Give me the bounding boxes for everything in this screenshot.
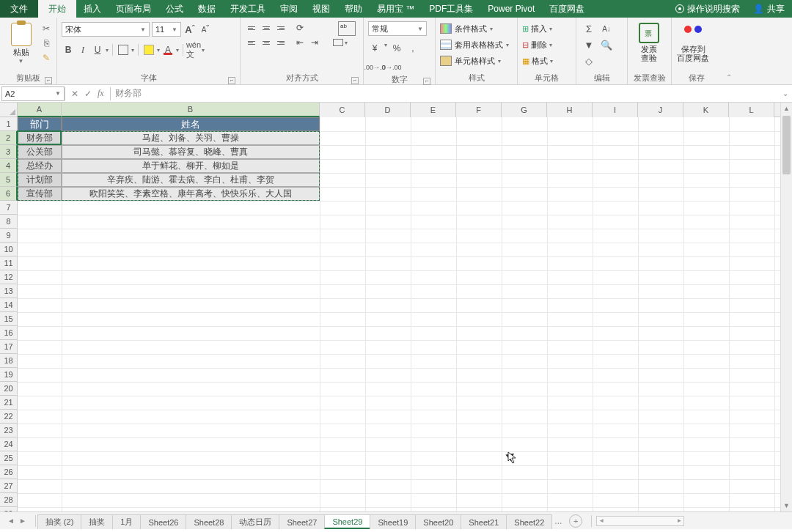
tab-view[interactable]: 视图 <box>305 0 337 18</box>
row-header[interactable]: 24 <box>0 437 18 451</box>
dialog-launcher-icon[interactable]: ⌐ <box>423 78 430 85</box>
tab-pagelayout[interactable]: 页面布局 <box>109 0 158 18</box>
data-cell[interactable]: 辛弃疾、陆游、霍去病、李白、杜甫、李贺 <box>62 173 320 187</box>
column-header[interactable]: H <box>547 103 593 117</box>
tab-formulas[interactable]: 公式 <box>158 0 191 18</box>
copy-icon[interactable] <box>40 37 52 49</box>
horizontal-scrollbar[interactable] <box>596 516 684 526</box>
chevron-down-icon[interactable]: ▾ <box>202 47 205 53</box>
data-cell[interactable]: 部门 <box>18 117 62 131</box>
name-box[interactable]: A2▼ <box>1 86 65 101</box>
row-header[interactable]: 15 <box>0 312 18 326</box>
number-format-dropdown[interactable]: 常规▼ <box>368 21 427 36</box>
delete-button[interactable]: ⊟删除▾ <box>522 37 553 52</box>
cell-styles-button[interactable]: 单元格样式▾ <box>440 53 509 68</box>
dialog-launcher-icon[interactable]: ⌐ <box>351 77 359 84</box>
row-header[interactable]: 14 <box>0 298 18 312</box>
cancel-icon[interactable]: ✕ <box>71 89 78 99</box>
paste-button[interactable]: 粘贴 ▼ <box>4 21 37 64</box>
row-header[interactable]: 10 <box>0 243 18 256</box>
chevron-down-icon[interactable]: ▾ <box>176 47 179 53</box>
font-color-button[interactable]: A <box>161 43 175 56</box>
enter-icon[interactable]: ✓ <box>84 89 92 99</box>
row-header[interactable]: 20 <box>0 382 18 396</box>
sheet-tab[interactable]: 抽奖 (2) <box>37 514 82 529</box>
row-header[interactable]: 21 <box>0 396 18 410</box>
row-header[interactable]: 23 <box>0 424 18 437</box>
sheet-nav-first-icon[interactable]: ◄ <box>7 517 15 525</box>
row-header[interactable]: 1 <box>0 117 18 131</box>
cut-icon[interactable] <box>40 23 52 34</box>
row-header[interactable]: 6 <box>0 187 18 201</box>
column-header[interactable]: L <box>729 103 774 117</box>
select-all-corner[interactable] <box>0 103 18 117</box>
expand-formula-bar-icon[interactable]: ⌄ <box>779 89 792 97</box>
sheet-tab[interactable]: Sheet20 <box>415 514 461 529</box>
sort-filter-button[interactable]: A↓ <box>598 21 615 36</box>
sheet-tab[interactable]: Sheet21 <box>461 514 507 529</box>
row-header[interactable]: 25 <box>0 451 18 465</box>
data-cell[interactable]: 欧阳笑笑、李素空格、康年高考、快快乐乐、大人国 <box>62 187 320 201</box>
tab-yiyongbao[interactable]: 易用宝 ™ <box>370 0 422 18</box>
data-cell[interactable]: 总经办 <box>18 159 62 173</box>
tab-review[interactable]: 审阅 <box>273 0 305 18</box>
phonetic-button[interactable]: wén文 <box>187 43 200 56</box>
sheet-tab[interactable]: Sheet28 <box>186 514 232 529</box>
font-name-dropdown[interactable]: 宋体▼ <box>62 22 150 37</box>
row-header[interactable]: 29 <box>0 507 18 511</box>
table-format-button[interactable]: 套用表格格式▾ <box>440 37 509 52</box>
chevron-down-icon[interactable]: ▾ <box>131 47 134 53</box>
row-header[interactable]: 16 <box>0 326 18 340</box>
tab-insert[interactable]: 插入 <box>76 0 109 18</box>
row-header[interactable]: 12 <box>0 270 18 284</box>
sheet-tab[interactable]: 1月 <box>112 514 141 529</box>
align-top-center[interactable] <box>260 21 273 34</box>
accounting-format[interactable]: ¥ <box>368 42 381 55</box>
border-button[interactable] <box>117 43 130 56</box>
tab-baidu[interactable]: 百度网盘 <box>542 0 592 18</box>
data-cell[interactable]: 司马懿、慕容复、晓峰、曹真 <box>62 145 320 159</box>
align-top-left[interactable] <box>245 21 258 34</box>
column-header[interactable]: K <box>683 103 729 117</box>
sheet-tab[interactable]: Sheet22 <box>506 514 552 529</box>
chevron-down-icon[interactable]: ▾ <box>157 47 160 53</box>
row-header[interactable]: 19 <box>0 368 18 382</box>
font-size-dropdown[interactable]: 11▼ <box>152 22 181 37</box>
fx-icon[interactable]: fx <box>98 88 104 99</box>
decrease-indent[interactable]: ⇤ <box>293 36 307 49</box>
column-header[interactable]: A <box>18 103 62 117</box>
italic-button[interactable]: I <box>76 43 89 56</box>
percent-format[interactable]: % <box>390 42 403 55</box>
formula-input[interactable]: 财务部 <box>111 87 779 100</box>
wrap-text-button[interactable] <box>333 21 361 36</box>
row-header[interactable]: 27 <box>0 479 18 493</box>
sheet-tab[interactable]: 动态日历 <box>231 514 279 529</box>
column-header[interactable]: E <box>411 103 456 117</box>
column-header[interactable]: I <box>593 103 638 117</box>
format-button[interactable]: ▦格式▾ <box>522 53 553 68</box>
decrease-font-icon[interactable]: Aˇ <box>199 23 212 36</box>
chevron-down-icon[interactable]: ▾ <box>384 42 387 55</box>
add-sheet-button[interactable]: + <box>569 514 582 528</box>
comma-format[interactable]: , <box>406 42 419 55</box>
align-left[interactable] <box>245 36 258 49</box>
row-header[interactable]: 2 <box>0 131 18 145</box>
row-header[interactable]: 17 <box>0 340 18 354</box>
data-cell[interactable]: 姓名 <box>62 117 320 131</box>
row-header[interactable]: 13 <box>0 284 18 298</box>
underline-button[interactable]: U <box>91 43 104 56</box>
increase-font-icon[interactable]: Aˆ <box>183 23 197 36</box>
align-center[interactable] <box>260 36 273 49</box>
column-header[interactable]: G <box>502 103 547 117</box>
increase-indent[interactable]: ⇥ <box>308 36 321 49</box>
tab-powerpivot[interactable]: Power Pivot <box>480 0 542 18</box>
orientation-button[interactable]: ⟳ <box>293 21 307 34</box>
collapse-ribbon-icon[interactable]: ⌃ <box>722 18 736 84</box>
fill-color-button[interactable] <box>142 43 155 56</box>
conditional-format-button[interactable]: 条件格式▾ <box>440 21 509 36</box>
align-right[interactable] <box>274 36 287 49</box>
data-cell[interactable]: 公关部 <box>18 145 62 159</box>
column-header[interactable]: B <box>62 103 320 117</box>
align-top-right[interactable] <box>274 21 287 34</box>
invoice-check-button[interactable]: 发票查验 <box>632 21 666 62</box>
